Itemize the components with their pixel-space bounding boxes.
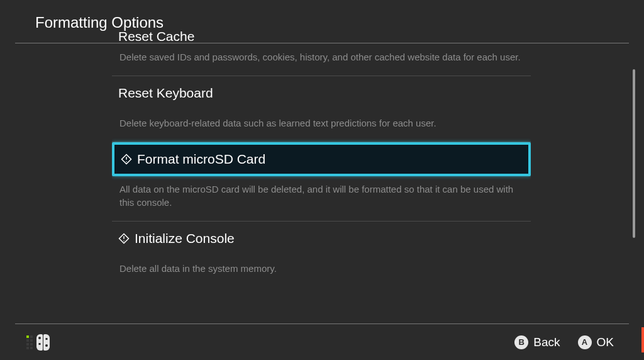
svg-point-1 [126, 161, 127, 162]
footer: BBackAOK [15, 323, 629, 360]
warning-diamond-icon [118, 233, 130, 244]
option-row-initialize-console[interactable]: Initialize Console [112, 222, 531, 256]
option-description: Delete keyboard-related data such as lea… [112, 110, 531, 130]
hint-back[interactable]: BBack [514, 335, 560, 349]
controller-status [26, 334, 50, 351]
option-row-reset-cache[interactable]: Reset Cache [112, 29, 531, 44]
scrollbar-thumb[interactable] [633, 69, 635, 238]
right-accent-bar [641, 327, 644, 352]
button-b-icon: B [514, 335, 528, 349]
options-list: Reset CacheDelete saved IDs and password… [112, 29, 531, 316]
option-description: Delete all data in the system memory. [112, 256, 531, 276]
hint-label: Back [533, 335, 560, 349]
option-title: Reset Cache [118, 29, 194, 44]
scrollbar[interactable] [633, 69, 635, 317]
button-a-icon: A [578, 335, 592, 349]
button-hints: BBackAOK [514, 335, 614, 349]
option-row-reset-keyboard[interactable]: Reset Keyboard [112, 76, 531, 110]
option-reset-cache: Reset CacheDelete saved IDs and password… [112, 29, 531, 76]
option-description: All data on the microSD card will be del… [112, 176, 531, 210]
option-title: Format microSD Card [137, 152, 265, 167]
hint-label: OK [597, 335, 614, 349]
option-title: Initialize Console [135, 231, 235, 246]
player-lights-icon [26, 335, 33, 349]
warning-diamond-icon [121, 154, 132, 165]
option-row-format-microsd[interactable]: Format microSD Card [112, 142, 531, 176]
option-title: Reset Keyboard [118, 86, 213, 101]
option-description: Delete saved IDs and passwords, cookies,… [112, 44, 531, 64]
hint-ok[interactable]: AOK [578, 335, 614, 349]
joycon-icon [36, 334, 50, 351]
option-format-microsd: Format microSD CardAll data on the micro… [112, 142, 531, 222]
option-initialize-console: Initialize ConsoleDelete all data in the… [112, 221, 531, 287]
svg-point-3 [123, 240, 125, 242]
option-reset-keyboard: Reset KeyboardDelete keyboard-related da… [112, 76, 531, 142]
settings-page: Formatting Options Reset CacheDelete sav… [0, 0, 644, 360]
